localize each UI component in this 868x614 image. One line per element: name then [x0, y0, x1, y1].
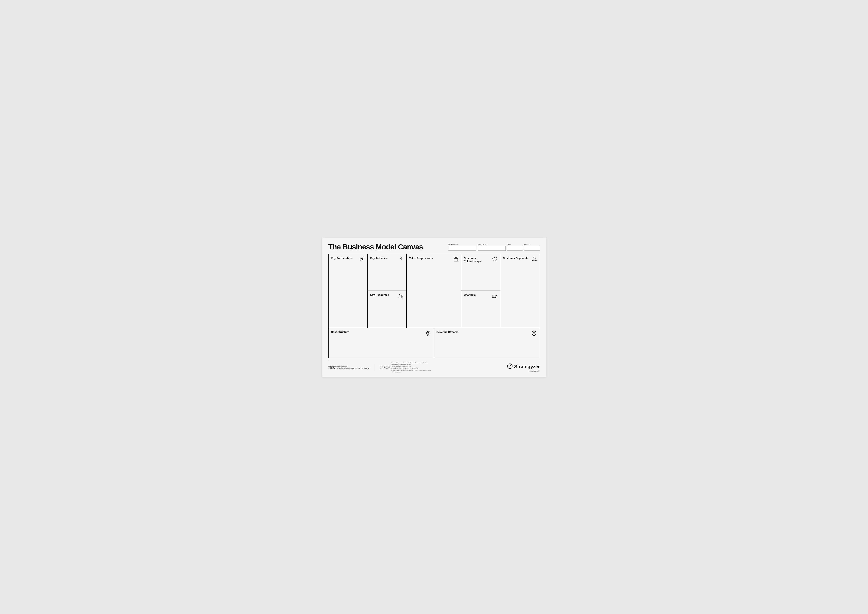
key-resources-cell: Key Resources	[367, 291, 406, 328]
cc-text: This work is licensed under the Creative…	[391, 362, 433, 373]
customer-segments-cell: Customer Segments	[501, 254, 539, 328]
customer-relationships-cell: Customer Relationships	[461, 254, 500, 291]
footer-right: Strategyzer strategyzer.com	[507, 363, 540, 372]
version-input[interactable]	[524, 246, 540, 251]
cost-icon	[425, 330, 432, 338]
value-icon	[453, 256, 459, 263]
page-title: The Business Model Canvas	[328, 243, 423, 251]
copyright: Copyright Strategyzer AG The makers of B…	[328, 366, 370, 369]
key-activities-title: Key Activities	[370, 257, 395, 260]
channels-cell: Channels	[461, 291, 500, 328]
header-fields: Designed for: Designed by: Date: Version…	[448, 243, 540, 251]
date-input[interactable]	[507, 246, 523, 251]
value-propositions-cell: Value Propositions	[407, 254, 461, 328]
activities-resources-col: Key Activities Key Resources	[367, 254, 407, 328]
cc-icon-by: BY	[384, 366, 387, 369]
designed-by-group: Designed by:	[477, 243, 506, 251]
key-activities-cell: Key Activities	[367, 254, 406, 291]
channels-icon	[491, 293, 498, 300]
cc-icon-sa: SA	[387, 366, 391, 369]
strategyzer-logo: Strategyzer	[507, 363, 540, 370]
revenue-streams-cell: Revenue Streams	[434, 328, 539, 358]
designed-for-group: Designed for:	[448, 243, 476, 251]
cc-icons: CC BY SA	[380, 366, 391, 369]
footer-left: Copyright Strategyzer AG The makers of B…	[328, 362, 434, 373]
value-propositions-title: Value Propositions	[409, 257, 446, 260]
designed-for-label: Designed for:	[448, 243, 476, 245]
designed-for-input[interactable]	[448, 246, 476, 251]
date-group: Date:	[507, 243, 523, 251]
copyright-text: Copyright Strategyzer AG	[328, 366, 370, 367]
channels-title: Channels	[464, 293, 489, 296]
creative-commons: CC BY SA This work is licensed under the…	[380, 362, 433, 373]
activities-icon	[398, 256, 404, 263]
footer-divider	[375, 364, 375, 371]
canvas-bottom: Cost Structure Revenue Streams	[329, 328, 539, 358]
page: The Business Model Canvas Designed for: …	[322, 237, 546, 377]
strategyzer-logo-text: Strategyzer	[514, 364, 540, 369]
resources-icon	[398, 293, 404, 300]
revenue-icon	[530, 330, 538, 338]
customer-relationships-title: Customer Relationships	[464, 257, 489, 262]
business-model-canvas: Key Partnerships Key Activities	[328, 254, 540, 358]
crm-icon	[491, 256, 498, 263]
canvas-main-grid: Key Partnerships Key Activities	[329, 254, 539, 328]
version-label: Version:	[524, 243, 540, 245]
key-partnerships-cell: Key Partnerships	[329, 254, 367, 328]
version-group: Version:	[524, 243, 540, 251]
customer-segments-title: Customer Segments	[503, 257, 529, 260]
crm-channels-col: Customer Relationships Channels	[461, 254, 501, 328]
svg-point-2	[402, 297, 402, 298]
cost-structure-cell: Cost Structure	[329, 328, 434, 358]
cc-icon-cc: CC	[380, 366, 383, 369]
designed-by-label: Designed by:	[477, 243, 506, 245]
revenue-streams-title: Revenue Streams	[437, 330, 537, 333]
segments-icon	[531, 256, 537, 263]
strategyzer-icon	[507, 363, 513, 370]
key-partnerships-title: Key Partnerships	[331, 257, 356, 260]
cost-structure-title: Cost Structure	[331, 330, 431, 333]
footer-tagline: The makers of Business Model Generation …	[328, 367, 370, 369]
header-row: The Business Model Canvas Designed for: …	[328, 243, 540, 251]
footer: Copyright Strategyzer AG The makers of B…	[328, 360, 540, 373]
designed-by-input[interactable]	[477, 246, 506, 251]
svg-point-1	[401, 296, 403, 298]
date-label: Date:	[507, 243, 523, 245]
key-resources-title: Key Resources	[370, 293, 395, 296]
strategyzer-url: strategyzer.com	[529, 370, 540, 372]
partnerships-icon	[359, 256, 365, 263]
